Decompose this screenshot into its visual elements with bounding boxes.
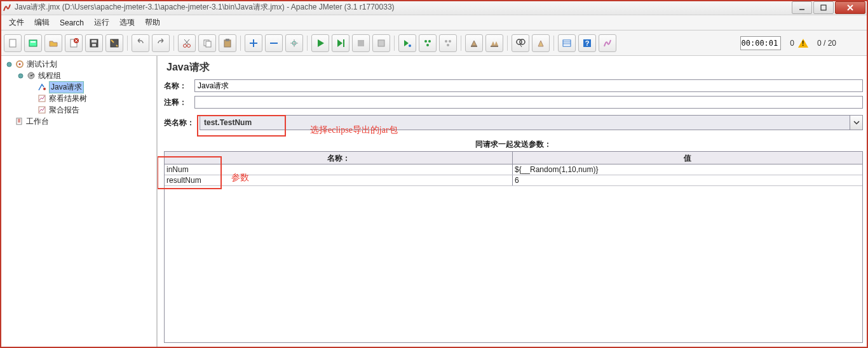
remote-stop-button[interactable] xyxy=(439,34,457,52)
menu-bar: 文件 编辑 Search 运行 选项 帮助 xyxy=(0,15,868,30)
expand-button[interactable] xyxy=(245,34,262,52)
svg-point-52 xyxy=(31,75,32,76)
menu-options[interactable]: 选项 xyxy=(114,16,140,29)
param-value-cell[interactable]: 6 xyxy=(513,175,862,185)
svg-rect-37 xyxy=(471,46,477,47)
templates-button[interactable] xyxy=(24,34,42,52)
params-header: 同请求一起发送参数： xyxy=(164,139,863,150)
svg-rect-11 xyxy=(90,39,98,47)
search-button[interactable] xyxy=(512,34,529,52)
maximize-button[interactable] xyxy=(813,1,834,14)
collapse-button[interactable] xyxy=(265,34,283,52)
threadgroup-icon xyxy=(26,70,36,81)
params-table-header: 名称： 值 xyxy=(165,152,862,164)
shutdown-button[interactable] xyxy=(372,34,390,52)
close-button[interactable] xyxy=(835,1,865,14)
svg-line-10 xyxy=(75,39,78,42)
save-as-button[interactable] xyxy=(105,34,123,52)
help-button[interactable]: ? xyxy=(578,34,596,52)
tree-node-threadgroup[interactable]: 线程组 xyxy=(0,70,156,81)
param-name-cell[interactable]: inNum xyxy=(165,164,513,175)
svg-point-15 xyxy=(184,44,187,47)
classname-combo[interactable] xyxy=(200,115,850,130)
comment-input[interactable] xyxy=(194,96,863,109)
aggregate-icon xyxy=(37,105,47,115)
svg-rect-42 xyxy=(563,40,571,46)
thread-count: 0 / 20 xyxy=(817,39,836,48)
svg-point-47 xyxy=(7,62,11,67)
tree-node-workbench[interactable]: 工作台 xyxy=(0,116,156,127)
tree-node-viewresults[interactable]: 察看结果树 xyxy=(0,93,156,104)
svg-line-9 xyxy=(75,39,78,42)
window-title: Java请求.jmx (D:\Users\apache-jmeter-3.1\a… xyxy=(15,2,395,13)
clear-all-button[interactable] xyxy=(485,34,503,52)
tree-node-aggregate[interactable]: 聚合报告 xyxy=(0,104,156,116)
stop-button[interactable] xyxy=(352,34,370,52)
svg-point-40 xyxy=(520,39,525,44)
menu-run[interactable]: 运行 xyxy=(89,16,114,29)
svg-rect-4 xyxy=(10,39,16,47)
toggle-button[interactable] xyxy=(285,34,303,52)
testplan-icon xyxy=(15,59,25,69)
panel-heading: Java请求 xyxy=(166,61,863,74)
tree-node-testplan[interactable]: 测试计划 xyxy=(0,58,156,70)
paste-button[interactable] xyxy=(219,34,236,52)
minimize-button[interactable] xyxy=(792,1,812,14)
new-button[interactable] xyxy=(4,34,22,52)
name-input[interactable] xyxy=(194,79,863,92)
open-button[interactable] xyxy=(44,34,62,52)
remote-start-all-button[interactable] xyxy=(419,34,437,52)
svg-rect-38 xyxy=(491,46,498,47)
tree-toggle-icon[interactable] xyxy=(6,62,12,67)
start-button[interactable] xyxy=(311,34,329,52)
java-request-panel: Java请求 名称： 注释： 类名称： 选择eclipse导出的jar包 同请求… xyxy=(158,56,868,348)
svg-point-36 xyxy=(447,44,449,46)
svg-point-50 xyxy=(18,74,23,78)
save-button[interactable] xyxy=(85,34,103,52)
svg-rect-5 xyxy=(29,40,37,46)
redo-button[interactable] xyxy=(152,34,170,52)
start-no-pause-button[interactable] xyxy=(332,34,349,52)
error-counter: 0 xyxy=(790,39,808,48)
tree-node-javarequest[interactable]: Java请求 xyxy=(0,81,156,93)
svg-line-18 xyxy=(184,39,189,44)
toolbar: ? 00:00:01 0 0 / 20 xyxy=(0,30,868,56)
clear-button[interactable] xyxy=(465,34,483,52)
svg-point-53 xyxy=(43,88,46,90)
params-table[interactable]: 名称： 值 inNum ${__Random(1,10,num)} result… xyxy=(164,151,863,343)
param-value-cell[interactable]: ${__Random(1,10,num)} xyxy=(513,164,862,175)
table-row[interactable]: resultNum 6 xyxy=(165,175,862,186)
table-row[interactable]: inNum ${__Random(1,10,num)} xyxy=(165,164,862,175)
svg-point-39 xyxy=(517,39,522,44)
menu-help[interactable]: 帮助 xyxy=(140,16,165,29)
comment-label: 注释： xyxy=(164,97,194,108)
tree-label: 线程组 xyxy=(38,70,61,81)
tree-label: 测试计划 xyxy=(27,59,57,70)
annotation-text-params: 参数 xyxy=(231,172,249,184)
about-button[interactable] xyxy=(599,34,616,52)
copy-button[interactable] xyxy=(198,34,216,52)
svg-point-31 xyxy=(424,40,427,43)
undo-button[interactable] xyxy=(132,34,149,52)
warning-icon xyxy=(798,39,808,48)
svg-point-30 xyxy=(409,44,411,47)
cut-button[interactable] xyxy=(178,34,196,52)
svg-rect-28 xyxy=(358,40,364,46)
close-file-button[interactable] xyxy=(65,34,83,52)
tree-label: 聚合报告 xyxy=(49,105,79,116)
tree-toggle-icon[interactable] xyxy=(18,73,24,79)
svg-rect-13 xyxy=(92,44,96,46)
menu-edit[interactable]: 编辑 xyxy=(29,16,55,29)
param-name-cell[interactable]: resultNum xyxy=(165,175,513,185)
remote-start-button[interactable] xyxy=(398,34,416,52)
reset-search-button[interactable] xyxy=(532,34,550,52)
menu-search[interactable]: Search xyxy=(55,17,89,29)
test-plan-tree[interactable]: 测试计划 线程组 Java请求 察看结果树 聚合报告 xyxy=(0,56,158,348)
svg-rect-20 xyxy=(206,41,211,47)
name-label: 名称： xyxy=(164,81,194,91)
function-helper-button[interactable] xyxy=(558,34,576,52)
elapsed-timer: 00:00:01 xyxy=(740,36,781,50)
svg-point-35 xyxy=(449,40,451,43)
menu-file[interactable]: 文件 xyxy=(4,16,29,29)
chevron-down-icon[interactable] xyxy=(850,115,863,130)
